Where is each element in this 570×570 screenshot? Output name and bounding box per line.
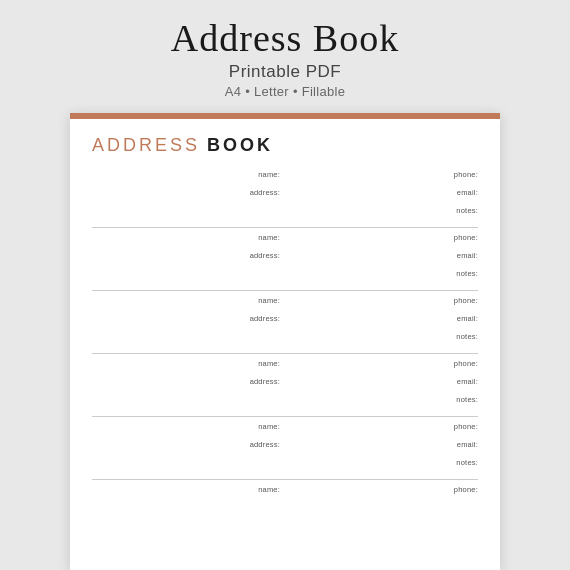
entry-row: address:email: [92, 377, 478, 392]
main-title: Address Book [0, 18, 570, 60]
field-label: address: [250, 377, 280, 387]
entry-row: notes: [92, 395, 478, 410]
doc-title: ADDRESS BOOK [92, 135, 478, 156]
field-label: notes: [456, 269, 478, 279]
field-right: email: [290, 314, 478, 329]
field-label: email: [457, 377, 478, 387]
field-label: email: [457, 251, 478, 261]
field-label: phone: [454, 485, 478, 495]
doc-title-book: BOOK [207, 135, 273, 156]
entry-divider [92, 290, 478, 291]
field-left: name: [92, 485, 280, 500]
entry-row: address:email: [92, 188, 478, 203]
field-label: address: [250, 188, 280, 198]
entry-row: notes: [92, 269, 478, 284]
field-left [92, 458, 280, 473]
field-label: phone: [454, 422, 478, 432]
field-right: phone: [290, 170, 478, 185]
field-left [92, 503, 280, 509]
entry-row: address:email: [92, 251, 478, 266]
entry-block: name:phone:address:email:notes: [92, 296, 478, 347]
entry-block: name:phone:address:email:notes: [92, 422, 478, 473]
field-right: phone: [290, 359, 478, 374]
entry-divider [92, 227, 478, 228]
field-label: name: [258, 233, 280, 243]
field-label: address: [250, 314, 280, 324]
field-right: email: [290, 377, 478, 392]
entry-row: name:phone: [92, 359, 478, 374]
entry-row: notes: [92, 332, 478, 347]
field-label: address: [250, 440, 280, 450]
field-left: name: [92, 170, 280, 185]
field-left [92, 332, 280, 347]
field-left: address: [92, 314, 280, 329]
field-label: phone: [454, 233, 478, 243]
field-right: notes: [290, 458, 478, 473]
field-label: address: [250, 251, 280, 261]
field-left [92, 206, 280, 221]
tagline: A4 • Letter • Fillable [0, 84, 570, 99]
field-right: phone: [290, 422, 478, 437]
doc-title-address: ADDRESS [92, 135, 200, 156]
field-label: name: [258, 296, 280, 306]
doc-content: ADDRESS BOOK name:phone:address:email:no… [70, 119, 500, 570]
field-right: phone: [290, 233, 478, 248]
entry-row: notes: [92, 458, 478, 473]
field-label: name: [258, 359, 280, 369]
field-label: name: [258, 485, 280, 495]
entry-divider [92, 479, 478, 480]
entry-divider [92, 416, 478, 417]
field-right: phone: [290, 296, 478, 311]
field-right [290, 503, 478, 509]
field-label: notes: [456, 458, 478, 468]
field-left [92, 395, 280, 410]
entry-row: name:phone: [92, 485, 478, 500]
field-label: email: [457, 188, 478, 198]
field-right: email: [290, 251, 478, 266]
entry-row: name:phone: [92, 296, 478, 311]
field-left: name: [92, 359, 280, 374]
entry-block: name:phone:address:email:notes: [92, 233, 478, 284]
entry-row [92, 503, 478, 509]
entry-row: name:phone: [92, 170, 478, 185]
field-right: notes: [290, 206, 478, 221]
subtitle: Printable PDF [0, 62, 570, 82]
field-label: phone: [454, 296, 478, 306]
entry-divider [92, 353, 478, 354]
field-right: phone: [290, 485, 478, 500]
field-left: name: [92, 233, 280, 248]
field-label: name: [258, 422, 280, 432]
field-left: address: [92, 377, 280, 392]
field-left: address: [92, 251, 280, 266]
entry-block: name:phone:address:email:notes: [92, 359, 478, 410]
field-left [92, 269, 280, 284]
field-label: email: [457, 314, 478, 324]
entries-container: name:phone:address:email:notes:name:phon… [92, 170, 478, 515]
entry-row: address:email: [92, 440, 478, 455]
entry-row: address:email: [92, 314, 478, 329]
field-label: email: [457, 440, 478, 450]
field-right: email: [290, 188, 478, 203]
field-label: notes: [456, 206, 478, 216]
header-section: Address Book Printable PDF A4 • Letter •… [0, 0, 570, 113]
entry-row: name:phone: [92, 422, 478, 437]
field-right: email: [290, 440, 478, 455]
field-label: name: [258, 170, 280, 180]
field-left: address: [92, 188, 280, 203]
field-label: phone: [454, 359, 478, 369]
entry-row: notes: [92, 206, 478, 221]
field-label: phone: [454, 170, 478, 180]
field-label: notes: [456, 395, 478, 405]
field-right: notes: [290, 269, 478, 284]
field-left: name: [92, 296, 280, 311]
entry-row: name:phone: [92, 233, 478, 248]
field-left: address: [92, 440, 280, 455]
field-right: notes: [290, 395, 478, 410]
field-left: name: [92, 422, 280, 437]
entry-block: name:phone:address:email:notes: [92, 170, 478, 221]
field-right: notes: [290, 332, 478, 347]
entry-block: name:phone: [92, 485, 478, 509]
document-preview: ADDRESS BOOK name:phone:address:email:no… [70, 113, 500, 570]
field-label: notes: [456, 332, 478, 342]
